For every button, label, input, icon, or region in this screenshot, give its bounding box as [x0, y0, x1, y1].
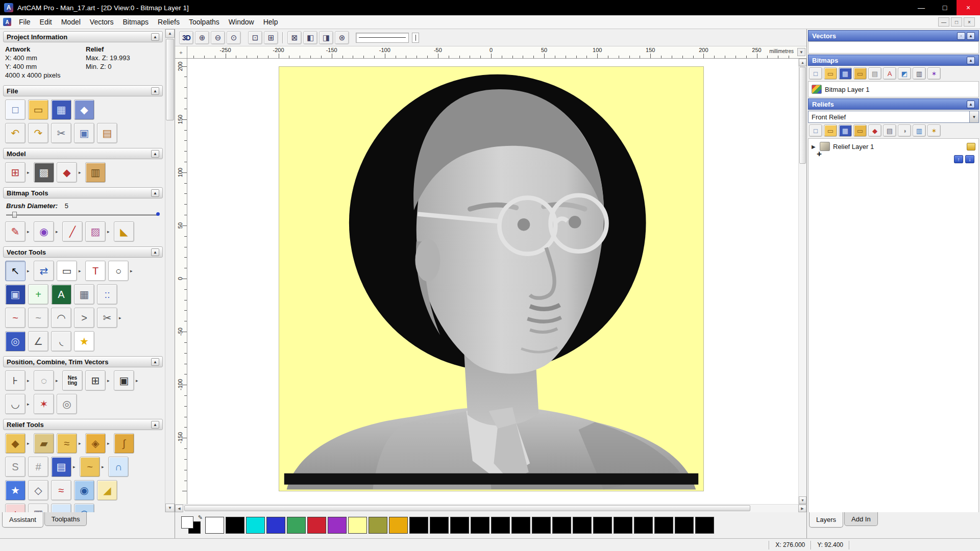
- set-model-size-flyout-arrow[interactable]: ▸: [27, 170, 31, 175]
- trim-vectors-flyout-arrow[interactable]: ▸: [119, 315, 123, 320]
- collapse-arrow-icon[interactable]: ▲: [151, 87, 159, 95]
- adjust-model-icon[interactable]: ▩: [34, 162, 54, 183]
- horizontal-ruler[interactable]: millimetres ▼ -250-200-150-100-500501001…: [187, 46, 806, 59]
- assistant-scrollbar[interactable]: ▲ ▼: [165, 29, 175, 512]
- envelope-distort-icon[interactable]: ◇: [28, 480, 48, 500]
- collapse-arrow-icon[interactable]: ▲: [151, 33, 159, 41]
- create-spiral-icon[interactable]: ◎: [57, 394, 77, 414]
- sculpt-relief-flyout-arrow[interactable]: ▸: [107, 441, 111, 446]
- palette-swatch-12[interactable]: [450, 517, 469, 534]
- select-vectors-flyout-arrow[interactable]: ▸: [27, 268, 31, 273]
- trim-vectors-icon[interactable]: ✂: [97, 308, 117, 328]
- dome-relief-icon[interactable]: ●: [51, 504, 71, 512]
- open-bitmap-icon[interactable]: ▭: [824, 67, 837, 80]
- turn-model-icon[interactable]: ∩: [108, 457, 129, 477]
- previous-view-icon[interactable]: ◧: [303, 31, 317, 44]
- paint-icon[interactable]: ✎: [5, 221, 26, 242]
- file-section-header[interactable]: File ▲: [3, 85, 163, 96]
- set-model-size-icon[interactable]: ⊞: [5, 162, 26, 183]
- canvas-horizontal-scrollbar[interactable]: ◀ ▶: [175, 504, 806, 512]
- scroll-up-arrow-icon[interactable]: ▲: [165, 29, 175, 38]
- transform-vectors-icon[interactable]: ⇄: [34, 261, 54, 281]
- measure-tool-icon[interactable]: ∠: [28, 331, 48, 352]
- angled-plane-icon[interactable]: ▰: [34, 433, 54, 454]
- save-relief-icon[interactable]: ▦: [839, 124, 852, 137]
- palette-swatch-17[interactable]: [552, 517, 571, 534]
- calculate-relief-icon[interactable]: ◆: [868, 124, 881, 137]
- paint-selective-flyout-arrow[interactable]: ▸: [56, 229, 60, 234]
- rotate-copy-icon[interactable]: ◌: [34, 370, 54, 391]
- palette-swatch-3[interactable]: [266, 517, 285, 534]
- paste-icon[interactable]: ▤: [97, 123, 117, 143]
- relief-layer-item[interactable]: ▶ Relief Layer 1: [810, 140, 977, 153]
- add-reliefs-icon[interactable]: +: [5, 504, 26, 512]
- fit-arc-flyout-arrow[interactable]: ▸: [27, 402, 31, 407]
- shape-editor-flyout-arrow[interactable]: ▸: [27, 441, 31, 446]
- menu-help[interactable]: Help: [259, 16, 283, 28]
- relief-layer-visibility-icon[interactable]: [967, 143, 975, 151]
- bitmap-tools-header[interactable]: Bitmap Tools ▲: [3, 187, 163, 198]
- relief-tools-header[interactable]: Relief Tools ▲: [3, 419, 163, 430]
- create-ellipse-flyout-arrow[interactable]: ▸: [130, 268, 134, 273]
- create-star-icon[interactable]: ★: [74, 331, 94, 352]
- vectors-panel-header[interactable]: Vectors ▫ ▲: [808, 30, 979, 41]
- document-icon[interactable]: A: [3, 18, 11, 26]
- maximize-button[interactable]: □: [933, 0, 957, 15]
- relief-layer-name[interactable]: Relief Layer 1: [833, 143, 874, 151]
- select-vectors-icon[interactable]: ↖: [5, 261, 26, 281]
- group-vectors-icon[interactable]: ▣: [114, 370, 134, 391]
- save-bitmap-icon[interactable]: ▦: [839, 67, 852, 80]
- bitmaps-panel-header[interactable]: Bitmaps ▲: [808, 55, 979, 66]
- model-artwork[interactable]: [279, 66, 704, 491]
- import-relief-icon[interactable]: ▭: [853, 124, 867, 137]
- collapse-arrow-icon[interactable]: ▲: [967, 57, 975, 64]
- relief-wizard-icon[interactable]: ✶: [927, 124, 941, 137]
- create-arc-icon[interactable]: >: [74, 308, 94, 328]
- canvas-vertical-scrollbar[interactable]: ▲ ▼: [798, 59, 806, 504]
- text-on-curve-icon[interactable]: A: [51, 284, 71, 305]
- vectors-layer-list[interactable]: [808, 41, 979, 54]
- palette-swatch-7[interactable]: [348, 517, 367, 534]
- adjust-colours-icon[interactable]: A: [883, 67, 896, 80]
- vectors-options-button[interactable]: ▫: [957, 32, 965, 40]
- isoform-icon[interactable]: ◢: [97, 480, 117, 500]
- open-model-icon[interactable]: ▭: [28, 99, 48, 120]
- palette-swatch-24[interactable]: [695, 517, 714, 534]
- bitmap-layer-name[interactable]: Bitmap Layer 1: [825, 86, 869, 93]
- move-layer-down-button[interactable]: ↓: [965, 155, 974, 163]
- zoom-100-icon[interactable]: ⊠: [287, 31, 302, 44]
- fillet-vectors-icon[interactable]: ◟: [51, 331, 71, 352]
- zoom-fit-icon[interactable]: ⊞: [264, 31, 278, 44]
- menu-edit[interactable]: Edit: [35, 16, 57, 28]
- smooth-relief-flyout-arrow[interactable]: ▸: [79, 441, 83, 446]
- align-vectors-flyout-arrow[interactable]: ▸: [27, 378, 31, 383]
- menu-vectors[interactable]: Vectors: [85, 16, 118, 28]
- palette-swatch-22[interactable]: [654, 517, 673, 534]
- collapse-arrow-icon[interactable]: ▲: [151, 421, 159, 429]
- relief-grid-icon[interactable]: ▦: [28, 504, 48, 512]
- scroll-down-arrow-icon[interactable]: ▼: [799, 496, 806, 504]
- relief-library-flyout-arrow[interactable]: ▸: [73, 464, 77, 469]
- position-combine-trim-header[interactable]: Position, Combine, Trim Vectors ▲: [3, 356, 163, 367]
- star-wizard-icon[interactable]: ★: [5, 480, 26, 500]
- copy-icon[interactable]: ▣: [74, 123, 94, 143]
- ruler-origin-button[interactable]: +: [175, 46, 187, 59]
- minimize-button[interactable]: —: [910, 0, 933, 15]
- extrude-relief-icon[interactable]: S: [5, 457, 26, 477]
- menu-window[interactable]: Window: [224, 16, 259, 28]
- fit-arc-icon[interactable]: ◡: [5, 394, 26, 414]
- delete-relief-layer-icon[interactable]: ▥: [913, 124, 926, 137]
- swept-profile-icon[interactable]: ≈: [51, 480, 71, 500]
- chevron-down-icon[interactable]: ▼: [969, 111, 978, 122]
- new-bitmap-layer-icon[interactable]: □: [809, 67, 822, 80]
- ruler-options-button[interactable]: ▼: [797, 48, 805, 56]
- palette-swatch-19[interactable]: [593, 517, 612, 534]
- palette-swatch-23[interactable]: [675, 517, 694, 534]
- menu-reliefs[interactable]: Reliefs: [153, 16, 184, 28]
- palette-swatch-10[interactable]: [409, 517, 428, 534]
- colour-picker-icon[interactable]: ╱: [62, 221, 83, 242]
- create-bezier-icon[interactable]: ◠: [51, 308, 71, 328]
- paint-selective-icon[interactable]: ◉: [34, 221, 54, 242]
- weave-wizard-icon[interactable]: #: [28, 457, 48, 477]
- vector-boundary-icon[interactable]: ◎: [5, 331, 26, 352]
